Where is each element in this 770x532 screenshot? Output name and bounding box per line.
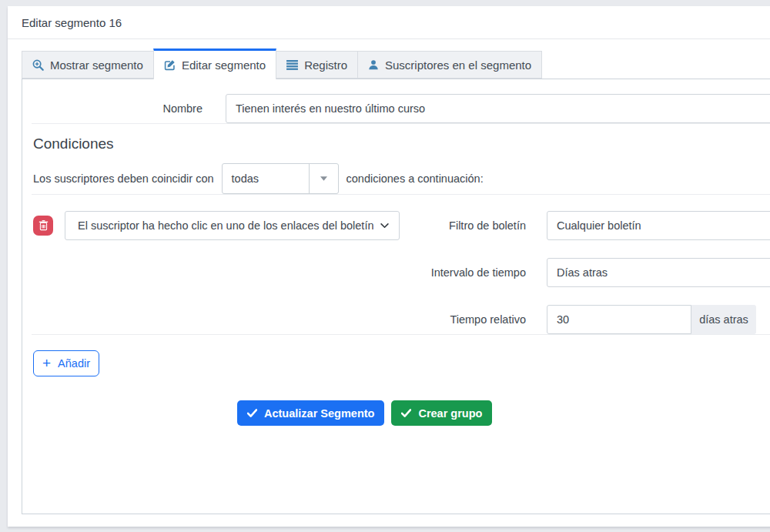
- tab-label: Suscriptores en el segmento: [385, 59, 531, 72]
- search-plus-icon: [32, 59, 44, 71]
- relative-time-group: días atras: [547, 305, 756, 334]
- form-actions: Actualizar Segmento Crear grupo: [237, 400, 770, 426]
- match-prefix-text: Los suscriptores deben coincidir con: [33, 172, 214, 185]
- plus-icon: +: [42, 356, 51, 370]
- newsletter-filter-label: Filtro de boletín: [422, 219, 547, 232]
- match-suffix-text: condiciones a continuación:: [346, 172, 484, 185]
- relative-time-label: Tiempo relativo: [422, 313, 547, 326]
- name-form-row: Nombre: [32, 94, 770, 123]
- divider: [32, 334, 770, 335]
- check-icon: [247, 409, 257, 417]
- update-segment-button[interactable]: Actualizar Segmento: [237, 400, 384, 426]
- name-label: Nombre: [32, 102, 226, 115]
- relative-time-row: Tiempo relativo días atras: [422, 305, 770, 334]
- chevron-down-icon: [380, 223, 389, 229]
- time-interval-label: Intervalo de tiempo: [422, 266, 547, 279]
- newsletter-filter-row: Filtro de boletín: [422, 211, 770, 240]
- caret-down-icon: [309, 164, 338, 193]
- panel-body: Mostrar segmento Editar segmento Registr…: [8, 39, 770, 514]
- condition-fields: Filtro de boletín Intervalo de tiempo Ti…: [422, 211, 770, 334]
- condition-row: El suscriptor ha hecho clic en uno de lo…: [32, 211, 770, 334]
- tab-registro[interactable]: Registro: [276, 51, 358, 79]
- trash-icon: [38, 220, 49, 231]
- tab-bar: Mostrar segmento Editar segmento Registr…: [22, 49, 770, 79]
- time-interval-row: Intervalo de tiempo: [422, 258, 770, 287]
- tab-label: Mostrar segmento: [50, 59, 143, 72]
- edit-segment-panel: Editar segmento 16 Mostrar segmento Edit…: [8, 6, 770, 527]
- tab-label: Editar segmento: [182, 59, 266, 72]
- relative-time-addon: días atras: [691, 305, 756, 334]
- add-button-label: Añadir: [58, 357, 90, 370]
- panel-header: Editar segmento 16: [8, 6, 770, 39]
- tab-editar-segmento[interactable]: Editar segmento: [153, 49, 276, 79]
- newsletter-filter-input[interactable]: [547, 211, 770, 240]
- tab-suscriptores[interactable]: Suscriptores en el segmento: [357, 51, 542, 79]
- create-group-button[interactable]: Crear grupo: [391, 400, 492, 426]
- edit-segment-form: Nombre Condiciones Los suscriptores debe…: [22, 79, 770, 514]
- time-interval-input[interactable]: [547, 258, 770, 287]
- list-icon: [286, 60, 298, 70]
- page-title: Editar segmento 16: [22, 16, 122, 29]
- divider: [32, 194, 770, 195]
- user-icon: [368, 59, 379, 70]
- match-type-value: todas: [223, 164, 309, 193]
- conditions-heading: Condiciones: [33, 136, 770, 152]
- match-rule-row: Los suscriptores deben coincidir con tod…: [32, 163, 770, 194]
- tab-label: Registro: [304, 59, 347, 72]
- add-condition-button[interactable]: + Añadir: [33, 350, 99, 376]
- tab-mostrar-segmento[interactable]: Mostrar segmento: [22, 51, 154, 79]
- divider: [32, 123, 770, 124]
- create-group-label: Crear grupo: [418, 407, 482, 420]
- delete-condition-button[interactable]: [33, 216, 53, 236]
- condition-rule-select[interactable]: El suscriptor ha hecho clic en uno de lo…: [65, 211, 400, 240]
- relative-time-input[interactable]: [547, 305, 691, 334]
- condition-rule-value: El suscriptor ha hecho clic en uno de lo…: [78, 219, 373, 232]
- update-segment-label: Actualizar Segmento: [264, 407, 374, 420]
- check-icon: [401, 409, 411, 417]
- edit-icon: [164, 59, 176, 71]
- segment-name-input[interactable]: [226, 94, 770, 123]
- match-type-select[interactable]: todas: [222, 163, 339, 194]
